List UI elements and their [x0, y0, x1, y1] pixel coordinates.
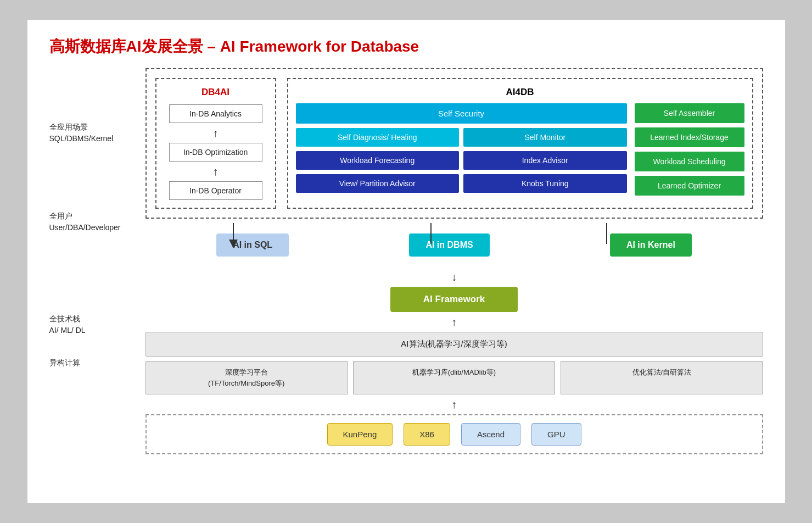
- hardware-row: KunPeng X86 Ascend GPU: [145, 414, 763, 454]
- ai4db-title: AI4DB: [296, 87, 744, 98]
- algo-opt: 优化算法/自研算法: [561, 361, 763, 394]
- knobs-tuning-cell: Knobs Tuning: [463, 174, 627, 193]
- workload-scheduling-cell: Workload Scheduling: [635, 152, 744, 171]
- top-section: DB4AI In-DB Analytics ↑ In-DB Optimizati…: [145, 68, 763, 219]
- ai-in-kernel: AI in Kernel: [610, 233, 692, 257]
- hw-ascend: Ascend: [461, 423, 520, 446]
- algo-ml: 机器学习库(dlib/MADlib等): [353, 361, 555, 394]
- content-column: DB4AI In-DB Analytics ↑ In-DB Optimizati…: [145, 68, 763, 454]
- label-all-users: 全用户 User/DBA/Developer: [49, 210, 121, 233]
- hw-kunpeng: KunPeng: [327, 423, 393, 446]
- labels-column: 全应用场景 SQL/DBMS/Kernel 全用户 User/DBA/Devel…: [49, 68, 145, 454]
- page-title: 高斯数据库AI发展全景 – AI Framework for Database: [49, 36, 763, 57]
- ai4db-row2: Self Diagnosis/ Healing Self Monitor: [296, 128, 627, 147]
- db4ai-items: In-DB Analytics ↑ In-DB Optimization ↑ I…: [164, 104, 267, 200]
- ai-nodes-row: AI in SQL AI in DBMS AI in Kernel: [145, 223, 763, 267]
- self-security-cell: Self Security: [296, 103, 627, 124]
- ai4db-row3: Workload Forecasting Index Advisor: [296, 151, 627, 170]
- learned-index-cell: Learned Index/Storage: [635, 127, 744, 147]
- ai-framework-box: AI Framework: [390, 287, 518, 312]
- learned-optimizer-cell: Learned Optimizer: [635, 176, 744, 196]
- label-hetero: 异构计算: [49, 357, 80, 369]
- arrow-to-framework: ↓: [145, 271, 763, 282]
- ai4db-left: Self Security Self Diagnosis/ Healing Se…: [296, 103, 627, 196]
- arrow-to-algo: ↑: [145, 316, 763, 327]
- view-partition-cell: View/ Partition Advisor: [296, 174, 460, 193]
- label-all-tech: 全技术栈 AI/ ML/ DL: [49, 313, 86, 336]
- self-monitor-cell: Self Monitor: [463, 128, 627, 147]
- ai4db-content: Self Security Self Diagnosis/ Healing Se…: [296, 103, 744, 196]
- ai-in-dbms: AI in DBMS: [409, 233, 489, 257]
- workload-forecasting-cell: Workload Forecasting: [296, 151, 460, 170]
- index-advisor-cell: Index Advisor: [463, 151, 627, 170]
- db4ai-item-analytics: In-DB Analytics: [169, 104, 262, 123]
- ai4db-right: Self Assembler Learned Index/Storage Wor…: [635, 103, 744, 196]
- arrow-to-hw: ↑: [145, 399, 763, 410]
- label-all-scenarios: 全应用场景 SQL/DBMS/Kernel: [49, 121, 114, 144]
- db4ai-item-operator: In-DB Operator: [169, 181, 262, 200]
- algo-main: AI算法(机器学习/深度学习等): [145, 332, 763, 357]
- self-diagnosis-cell: Self Diagnosis/ Healing: [296, 128, 460, 147]
- hw-gpu: GPU: [531, 423, 581, 446]
- ai-framework-row: AI Framework: [145, 287, 763, 312]
- algo-sub-row: 深度学习平台 (TF/Torch/MindSpore等) 机器学习库(dlib/…: [145, 361, 763, 394]
- hw-x86: X86: [404, 423, 450, 446]
- ai4db-box: AI4DB Self Security Self Diagnosis/ Heal…: [287, 78, 753, 209]
- self-assembler-cell: Self Assembler: [635, 103, 744, 123]
- db4ai-box: DB4AI In-DB Analytics ↑ In-DB Optimizati…: [155, 78, 276, 209]
- algo-dl: 深度学习平台 (TF/Torch/MindSpore等): [145, 361, 348, 394]
- ai4db-row4: View/ Partition Advisor Knobs Tuning: [296, 174, 627, 193]
- ai-in-sql: AI in SQL: [216, 233, 289, 257]
- db4ai-title: DB4AI: [201, 87, 229, 98]
- db4ai-item-optimization: In-DB Optimization: [169, 143, 262, 162]
